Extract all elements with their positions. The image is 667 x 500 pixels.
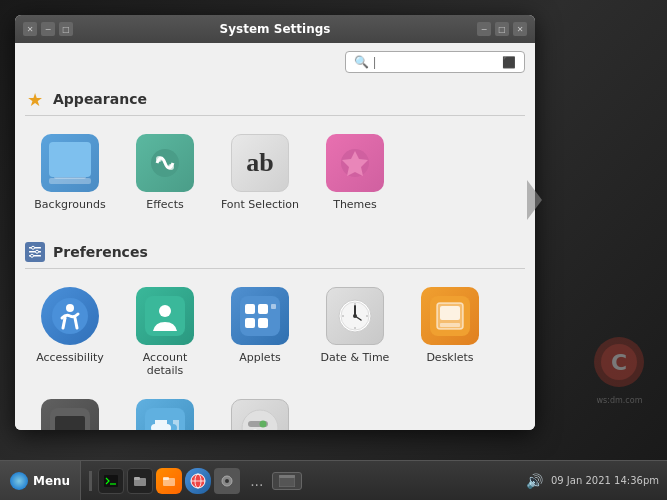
svg-text:C: C [611,350,627,375]
svg-rect-18 [245,304,255,314]
backgrounds-label: Backgrounds [34,198,105,211]
svg-point-16 [159,305,171,317]
system-settings-window: ✕ − □ System Settings − □ ✕ 🔍 ⬛ ★ [15,15,535,430]
themes-icon [326,134,384,192]
svg-point-5 [168,164,174,170]
svg-point-43 [260,420,267,427]
appearance-icon: ★ [25,89,45,109]
account-details-label: Account details [125,351,205,377]
accessibility-item[interactable]: Accessibility [25,279,115,385]
font-selection-label: Font Selection [221,198,299,211]
desklets-label: Desklets [426,351,473,364]
svg-rect-20 [245,318,255,328]
general-item[interactable]: General [215,391,305,430]
svg-rect-21 [258,318,268,328]
desktop: ✕ − □ System Settings − □ ✕ 🔍 ⬛ ★ [0,0,667,460]
svg-point-27 [353,314,357,318]
taskbar-files-icon[interactable] [127,468,153,494]
svg-point-4 [156,156,162,162]
taskbar-terminal-icon[interactable] [98,468,124,494]
backgrounds-icon [41,134,99,192]
volume-icon[interactable]: 🔊 [526,473,543,489]
search-wrapper[interactable]: 🔍 ⬛ [345,51,525,73]
svg-rect-37 [55,416,85,430]
preferences-section-header: Preferences [25,234,525,269]
taskbar-right-area: 🔊 09 Jan 2021 14:36pm [526,473,667,489]
settings-content[interactable]: ★ Appearance Backgrounds [15,81,535,430]
applets-label: Applets [239,351,280,364]
preferences-icon [25,242,45,262]
svg-point-59 [225,479,229,483]
taskbar-quick-launch [81,468,245,494]
window-controls-left: ✕ − □ [23,22,73,36]
close-button[interactable]: ✕ [23,22,37,36]
svg-point-14 [66,304,74,312]
taskbar-settings-icon[interactable] [214,468,240,494]
titlebar-restore-btn[interactable]: □ [495,22,509,36]
taskbar-browser-icon[interactable] [185,468,211,494]
menu-icon [10,472,28,490]
titlebar-extra-btn[interactable]: − [477,22,491,36]
preferences-section-title: Preferences [53,244,148,260]
svg-rect-22 [271,304,276,309]
effects-icon [136,134,194,192]
minimize-button[interactable]: − [41,22,55,36]
themes-item[interactable]: Themes [310,126,400,219]
svg-rect-35 [440,323,460,327]
svg-rect-54 [163,477,169,480]
applets-icon [231,287,289,345]
svg-point-12 [31,254,34,257]
menu-button[interactable]: Menu [0,461,81,500]
effects-item[interactable]: Effects [120,126,210,219]
svg-rect-61 [279,475,295,478]
extensions-icon [136,399,194,430]
accessibility-label: Accessibility [36,351,104,364]
taskbar-divider-1 [89,471,92,491]
backgrounds-item[interactable]: Backgrounds [25,126,115,219]
titlebar-right-controls: − □ ✕ [477,22,527,36]
preferences-items-grid: Accessibility Account details [25,279,525,430]
desktop-logo: C ws:dm.com [592,335,647,405]
desktop-icon [41,399,99,430]
desklets-icon [421,287,479,345]
date-time-item[interactable]: Date & Time [310,279,400,385]
search-clear-button[interactable]: ⬛ [502,56,516,69]
appearance-section-header: ★ Appearance [25,81,525,116]
general-icon [231,399,289,430]
effects-label: Effects [146,198,183,211]
desklets-item[interactable]: Desklets [405,279,495,385]
svg-rect-2 [54,163,86,175]
window-title: System Settings [220,22,331,36]
themes-label: Themes [333,198,377,211]
taskbar-window-indicator[interactable] [272,472,302,490]
svg-point-11 [36,250,39,253]
date-time-icon [326,287,384,345]
font-icon-text: ab [246,148,273,178]
svg-rect-52 [134,477,140,480]
svg-point-41 [242,410,278,430]
font-selection-item[interactable]: ab Font Selection [215,126,305,219]
applets-item[interactable]: Applets [215,279,305,385]
datetime-display: 09 Jan 2021 14:36pm [551,475,659,486]
svg-rect-17 [240,296,280,336]
svg-point-10 [32,246,35,249]
maximize-button[interactable]: □ [59,22,73,36]
taskbar-dots: ... [245,473,268,489]
svg-rect-0 [54,147,86,171]
accessibility-icon [41,287,99,345]
font-selection-icon: ab [231,134,289,192]
account-details-item[interactable]: Account details [120,279,210,385]
appearance-section-title: Appearance [53,91,147,107]
extensions-item[interactable]: Extensions [120,391,210,430]
search-icon: 🔍 [354,55,369,69]
menu-label: Menu [33,474,70,488]
titlebar: ✕ − □ System Settings − □ ✕ [15,15,535,43]
search-input[interactable] [373,55,493,69]
taskbar: Menu ... 🔊 09 Jan 2021 14:36pm [0,460,667,500]
desktop-item[interactable]: Desktop [25,391,115,430]
taskbar-folder-icon[interactable] [156,468,182,494]
svg-rect-1 [54,171,86,179]
date-time-label: Date & Time [321,351,390,364]
svg-rect-19 [258,304,268,314]
titlebar-close-btn[interactable]: ✕ [513,22,527,36]
